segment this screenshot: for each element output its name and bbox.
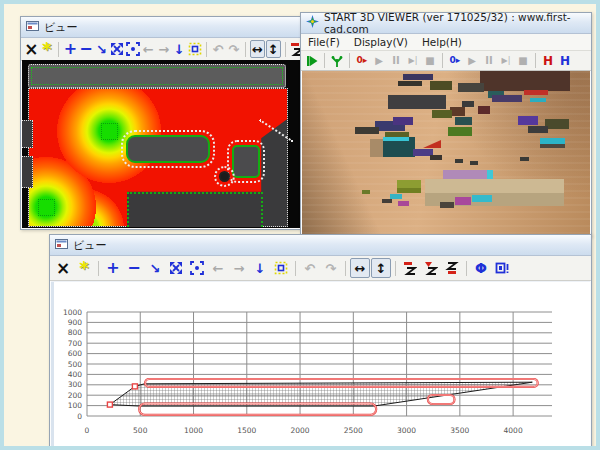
pan-left-icon[interactable]: ← bbox=[141, 40, 156, 58]
reset-model-icon[interactable] bbox=[329, 52, 345, 70]
3d-block bbox=[545, 119, 569, 129]
3d-block bbox=[480, 71, 570, 91]
toolbar-separator bbox=[206, 42, 207, 57]
zoom-out-icon[interactable]: − bbox=[79, 40, 94, 58]
toolbar-separator bbox=[535, 53, 536, 68]
close-tool-icon[interactable]: × bbox=[53, 258, 73, 278]
play-2-icon[interactable]: ▶ bbox=[464, 52, 480, 70]
star-tool-icon[interactable]: * bbox=[40, 40, 55, 58]
3d-block bbox=[472, 195, 492, 202]
3d-block bbox=[455, 197, 471, 205]
3d-block bbox=[450, 107, 465, 116]
svg-text:500: 500 bbox=[133, 426, 148, 435]
menu-help[interactable]: Help(H) bbox=[422, 36, 462, 48]
profile-window-titlebar[interactable]: ビュー bbox=[50, 235, 591, 256]
viewer-3d-titlebar[interactable]: START 3D VIEWER (ver 171025/32) : www.fi… bbox=[301, 13, 591, 34]
fit-height-icon[interactable]: ↕ bbox=[371, 258, 391, 278]
zoom-drag-icon[interactable]: ↘ bbox=[94, 40, 109, 58]
pause-1-icon[interactable]: II bbox=[388, 52, 404, 70]
3d-block bbox=[430, 155, 442, 160]
pan-left-icon[interactable]: ← bbox=[208, 258, 228, 278]
redo-icon[interactable]: ↷ bbox=[227, 40, 242, 58]
svg-text:1500: 1500 bbox=[237, 426, 256, 435]
fit-width-icon[interactable]: ↔ bbox=[350, 258, 370, 278]
3d-block bbox=[398, 81, 422, 86]
z-arrow-icon[interactable] bbox=[421, 258, 441, 278]
pan-down-icon[interactable]: ↓ bbox=[250, 258, 270, 278]
menu-file[interactable]: File(F) bbox=[308, 36, 340, 48]
toolbar-separator bbox=[58, 42, 59, 57]
viewer-3d-scene[interactable] bbox=[302, 70, 590, 235]
toolbar-separator bbox=[466, 261, 467, 276]
viewer-3d-window: START 3D VIEWER (ver 171025/32) : www.fi… bbox=[300, 12, 592, 237]
z-top-icon[interactable] bbox=[400, 258, 420, 278]
profile-chart-view[interactable]: 0100200300400500600700800900100005001000… bbox=[51, 282, 590, 449]
heat-window-toolbar: ×*+−↘←→↓↶↷↔↕ bbox=[21, 38, 307, 61]
heat-window-titlebar[interactable]: ビュー bbox=[21, 17, 307, 38]
rotate-phi-icon[interactable]: Φ bbox=[471, 258, 491, 278]
stop-2-icon[interactable]: ■ bbox=[515, 52, 531, 70]
toolbar-separator bbox=[324, 53, 325, 68]
zoom-in-icon[interactable]: + bbox=[63, 40, 78, 58]
view-window-icon bbox=[26, 20, 39, 35]
play-1-icon[interactable]: ▶ bbox=[371, 52, 387, 70]
pan-right-icon[interactable]: → bbox=[229, 258, 249, 278]
close-tool-icon[interactable]: × bbox=[24, 40, 39, 58]
3d-block bbox=[423, 140, 441, 148]
heat-notch bbox=[127, 192, 263, 227]
zoom-rect-icon[interactable] bbox=[271, 258, 291, 278]
profile-window-title: ビュー bbox=[73, 238, 107, 253]
step-2-icon[interactable]: ▶| bbox=[498, 52, 514, 70]
zoom-out-icon[interactable]: − bbox=[124, 258, 144, 278]
pan-right-icon[interactable]: → bbox=[156, 40, 171, 58]
restart-red-icon[interactable]: 0▸ bbox=[354, 52, 370, 70]
toolbar-separator bbox=[98, 261, 99, 276]
fit-width-icon[interactable]: ↔ bbox=[250, 40, 265, 58]
3d-block bbox=[492, 95, 522, 102]
svg-text:3500: 3500 bbox=[450, 426, 469, 435]
step-1-icon[interactable]: ▶| bbox=[405, 52, 421, 70]
zoom-in-icon[interactable]: + bbox=[103, 258, 123, 278]
3d-block bbox=[403, 74, 433, 80]
fit-height-icon[interactable]: ↕ bbox=[266, 40, 281, 58]
3d-block bbox=[520, 157, 529, 161]
undo-icon[interactable]: ↶ bbox=[211, 40, 226, 58]
profile-window-toolbar: ×*+−↘←→↓↶↷↔↕Φ bbox=[50, 256, 591, 281]
3d-block bbox=[355, 127, 379, 134]
undo-icon[interactable]: ↶ bbox=[300, 258, 320, 278]
3d-block bbox=[388, 95, 446, 109]
z-bottom-icon[interactable] bbox=[442, 258, 462, 278]
toolbar-separator bbox=[349, 53, 350, 68]
toolbar-separator bbox=[285, 42, 286, 57]
redo-icon[interactable]: ↷ bbox=[321, 258, 341, 278]
stop-1-icon[interactable]: ■ bbox=[422, 52, 438, 70]
zoom-window-icon[interactable] bbox=[187, 258, 207, 278]
heat-probe-square bbox=[101, 123, 118, 140]
restart-blue-icon[interactable]: 0▸ bbox=[447, 52, 463, 70]
3d-block bbox=[540, 144, 565, 148]
zoom-rect-icon[interactable] bbox=[187, 40, 202, 58]
3d-block bbox=[398, 201, 409, 206]
svg-text:900: 900 bbox=[68, 318, 83, 327]
zoom-drag-icon[interactable]: ↘ bbox=[145, 258, 165, 278]
mark-red-icon[interactable]: H bbox=[540, 52, 556, 70]
heat-map-view[interactable] bbox=[22, 60, 306, 228]
desktop: ビュー ×*+−↘←→↓↶↷↔↕ START 3D VIEWER (ver 17… bbox=[0, 0, 600, 450]
mark-blue-icon[interactable]: H bbox=[557, 52, 573, 70]
menu-display[interactable]: Display(V) bbox=[354, 36, 408, 48]
profile-view-window: ビュー ×*+−↘←→↓↶↷↔↕Φ 0100200300400500600700… bbox=[49, 234, 592, 450]
svg-text:100: 100 bbox=[68, 401, 83, 410]
fit-view-icon[interactable] bbox=[110, 40, 125, 58]
3d-block bbox=[470, 161, 478, 165]
star-tool-icon[interactable]: * bbox=[74, 258, 94, 278]
pan-down-icon[interactable]: ↓ bbox=[172, 40, 187, 58]
zoom-window-icon[interactable] bbox=[125, 40, 140, 58]
heat-window-title: ビュー bbox=[44, 20, 78, 35]
pause-2-icon[interactable]: II bbox=[481, 52, 497, 70]
svg-text:2000: 2000 bbox=[291, 426, 310, 435]
run-icon[interactable] bbox=[304, 52, 320, 70]
fit-view-icon[interactable] bbox=[166, 258, 186, 278]
viewer-3d-title: START 3D VIEWER (ver 171025/32) : www.fi… bbox=[324, 11, 586, 35]
view-frame-icon[interactable] bbox=[492, 258, 512, 278]
3d-block bbox=[528, 126, 548, 133]
